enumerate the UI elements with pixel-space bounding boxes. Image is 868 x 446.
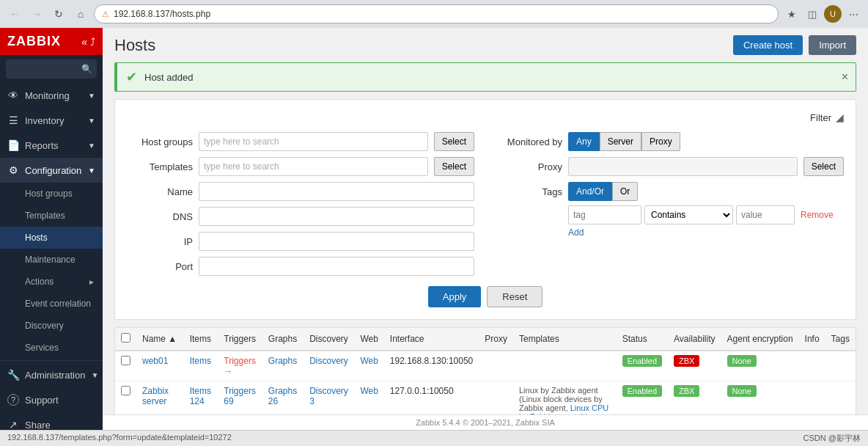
filter-row-dns: DNS <box>127 207 474 226</box>
row2-encryption: None <box>721 381 799 415</box>
row1-discovery-link[interactable]: Discovery <box>309 356 348 366</box>
col-name[interactable]: Name ▲ <box>136 328 184 351</box>
tag-add-link[interactable]: Add <box>568 227 844 238</box>
tags-and-or-button[interactable]: And/Or <box>568 182 612 201</box>
row1-proxy <box>479 351 513 381</box>
sidebar-sub-actions[interactable]: Actions ► <box>0 271 103 293</box>
tags-or-button[interactable]: Or <box>612 182 638 201</box>
sidebar-sub-host-groups[interactable]: Host groups <box>0 183 103 205</box>
monitoring-icon: 👁 <box>7 89 19 101</box>
row1-triggers-link[interactable]: Triggers <box>224 356 256 366</box>
filter-row-ip: IP <box>127 232 474 251</box>
col-tags: Tags <box>825 328 856 351</box>
sidebar-sub-maintenance[interactable]: Maintenance <box>0 249 103 271</box>
reports-label: Reports <box>25 140 59 151</box>
row2-items-link[interactable]: Items 124 <box>190 386 211 406</box>
configuration-arrow: ▼ <box>88 167 95 175</box>
sidebar-sub-hosts[interactable]: Hosts <box>0 227 103 249</box>
select-all-checkbox[interactable] <box>121 333 130 343</box>
row2-triggers-link[interactable]: Triggers 69 <box>224 386 256 406</box>
back-button[interactable]: ← <box>6 5 23 23</box>
row1-items-link[interactable]: Items <box>190 356 211 366</box>
sidebar-item-configuration[interactable]: ⚙ Configuration ▼ <box>0 158 103 183</box>
row2-triggers: Triggers 69 <box>218 381 262 415</box>
col-interface: Interface <box>384 328 479 351</box>
alert-close-button[interactable]: × <box>842 70 848 84</box>
proxy-select-button[interactable]: Select <box>803 157 844 176</box>
inventory-arrow: ▼ <box>88 117 95 125</box>
row1-encryption: None <box>721 351 799 381</box>
table-header-row: Name ▲ Items Triggers Graphs Discovery W… <box>115 328 856 351</box>
row2-discovery-link[interactable]: Discovery 3 <box>309 386 348 406</box>
sidebar-item-monitoring[interactable]: 👁 Monitoring ▼ <box>0 83 103 108</box>
row2-cpu-template-link[interactable]: Linux CPU by Zabbix agent <box>519 403 608 414</box>
tag-condition-select[interactable]: Contains Equals Does not contain Does no… <box>644 205 733 224</box>
collapse-icon[interactable]: « <box>81 36 87 48</box>
dns-input[interactable] <box>199 207 474 226</box>
host-groups-select-button[interactable]: Select <box>434 132 474 151</box>
sidebar-item-reports[interactable]: 📄 Reports ▼ <box>0 133 103 158</box>
row1-graphs-link[interactable]: Graphs <box>268 356 297 366</box>
tag-name-input[interactable] <box>568 205 641 224</box>
port-label: Port <box>127 261 193 272</box>
port-input[interactable] <box>199 257 474 276</box>
name-input[interactable] <box>199 182 474 201</box>
sidebar-sub-event-correlation[interactable]: Event correlation <box>0 293 103 315</box>
refresh-button[interactable]: ↻ <box>50 5 67 23</box>
monitored-server-button[interactable]: Server <box>600 132 641 151</box>
sidebar-sub-services[interactable]: Services <box>0 337 103 359</box>
proxy-input[interactable] <box>568 157 798 176</box>
footer-text: Zabbix 5.4.4 © 2001–2021, Zabbix SIA <box>416 418 555 427</box>
fullscreen-icon[interactable]: ⤴ <box>90 36 95 48</box>
apply-button[interactable]: Apply <box>428 286 482 307</box>
row1-name-link[interactable]: web01 <box>142 356 168 366</box>
row2-status: Enabled <box>617 381 668 415</box>
dns-label: DNS <box>127 211 193 222</box>
col-name-label: Name ▲ <box>142 334 177 344</box>
row1-web-link[interactable]: Web <box>360 356 378 366</box>
create-host-button[interactable]: Create host <box>733 35 803 55</box>
administration-label: Administration <box>25 370 85 381</box>
filter-label: Filter <box>810 112 831 123</box>
row2-none-badge: None <box>727 385 757 397</box>
row2-checkbox[interactable] <box>121 386 130 395</box>
tag-value-input[interactable] <box>736 205 795 224</box>
row2-graphs: Graphs 26 <box>262 381 304 415</box>
sidebar-item-share[interactable]: ↗ Share <box>0 412 103 430</box>
configuration-icon: ⚙ <box>7 164 19 176</box>
filter-header: Filter ◢ <box>127 112 844 123</box>
address-text: 192.168.8.137/hosts.php <box>114 9 770 19</box>
tag-filter-row: Contains Equals Does not contain Does no… <box>568 205 844 224</box>
row2-web-link[interactable]: Web <box>360 386 378 396</box>
sidebar-item-administration[interactable]: 🔧 Administration ▼ <box>0 362 103 387</box>
row2-name-link[interactable]: Zabbix server <box>142 386 169 406</box>
host-groups-label: Host groups <box>25 189 73 199</box>
extensions-button[interactable]: ◫ <box>803 5 821 23</box>
more-button[interactable]: ⋯ <box>845 5 862 23</box>
hosts-label: Hosts <box>25 233 48 243</box>
sidebar-sub-templates[interactable]: Templates <box>0 205 103 227</box>
row2-graphs-link[interactable]: Graphs 26 <box>268 386 297 406</box>
tag-remove-link[interactable]: Remove <box>801 210 834 220</box>
reset-button[interactable]: Reset <box>487 286 542 307</box>
sidebar-item-inventory[interactable]: ☰ Inventory ▼ <box>0 108 103 133</box>
sidebar: ZABBIX « ⤴ 🔍 👁 Monitoring ▼ ☰ Inventory … <box>0 28 103 430</box>
monitored-proxy-button[interactable]: Proxy <box>641 132 680 151</box>
templates-select-button[interactable]: Select <box>434 157 474 176</box>
sidebar-item-support[interactable]: ? Support <box>0 387 103 412</box>
row2-proxy <box>479 381 513 415</box>
host-groups-input[interactable] <box>199 132 428 151</box>
forward-button[interactable]: → <box>28 5 45 23</box>
home-button[interactable]: ⌂ <box>72 5 89 23</box>
sidebar-sub-discovery[interactable]: Discovery <box>0 315 103 337</box>
ip-input[interactable] <box>199 232 474 251</box>
import-button[interactable]: Import <box>809 35 856 55</box>
templates-input[interactable] <box>199 157 428 176</box>
actions-arrow: ► <box>88 278 95 286</box>
filter-right: Monitored by Any Server Proxy Proxy Sele… <box>496 132 844 276</box>
row1-checkbox[interactable] <box>121 356 130 365</box>
user-avatar[interactable]: U <box>824 5 842 23</box>
monitored-any-button[interactable]: Any <box>568 132 600 151</box>
col-web: Web <box>354 328 383 351</box>
star-button[interactable]: ★ <box>783 5 801 23</box>
